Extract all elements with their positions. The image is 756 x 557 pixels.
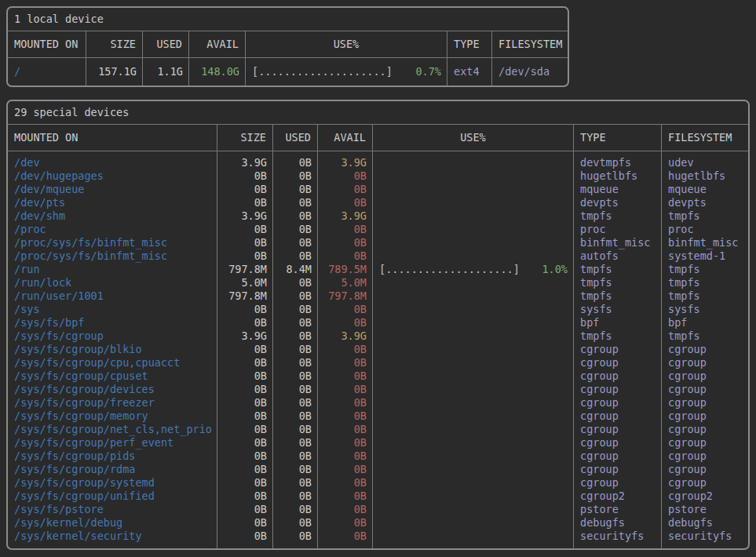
table-title: 1 local device [14, 13, 104, 25]
table-title: 29 special devices [14, 106, 129, 118]
cell-used: 0B [273, 370, 318, 383]
cell-type: proc [574, 223, 662, 236]
table-row: /sys/fs/pstore0B0B0Bpstorepstore [8, 503, 748, 516]
cell-filesystem: tmpfs [662, 329, 748, 343]
cell-filesystem: pstore [662, 503, 748, 516]
cell-used: 0B [273, 169, 318, 183]
table-row: /sys/fs/cgroup/perf_event0B0B0Bcgroupcgr… [8, 436, 748, 450]
column-header-filesystem: FILESYSTEM [662, 125, 748, 151]
cell-size: 0B [217, 356, 273, 370]
cell-size: 0B [217, 530, 273, 543]
cell-mounted-on: /sys/kernel/debug [8, 516, 217, 530]
cell-type: cgroup [574, 463, 662, 476]
table-row: /sys/fs/cgroup/cpuset0B0B0Bcgroupcgroup [8, 370, 748, 383]
cell-size: 0B [217, 450, 273, 463]
cell-use-percent [373, 463, 574, 476]
cell-type: debugfs [574, 516, 662, 530]
cell-mounted-on: /sys/fs/cgroup/systemd [8, 476, 217, 490]
cell-use-percent [373, 169, 574, 183]
cell-size: 0B [217, 490, 273, 503]
usage-percent: 1.0% [542, 263, 568, 276]
cell-filesystem: securityfs [662, 530, 748, 543]
cell-type: tmpfs [574, 276, 662, 289]
cell-size: 0B [217, 249, 273, 263]
cell-avail: 0B [318, 196, 373, 209]
table-row: /sys/fs/cgroup/pids0B0B0Bcgroupcgroup [8, 450, 748, 463]
table-row: /proc0B0B0Bprocproc [8, 223, 748, 236]
cell-use-percent [373, 356, 574, 370]
cell-used: 0B [273, 396, 318, 410]
column-header-type: TYPE [447, 31, 492, 57]
cell-use-percent [373, 450, 574, 463]
cell-filesystem: bpf [662, 316, 748, 329]
cell-size: 3.9G [217, 156, 273, 169]
cell-size: 797.8M [217, 289, 273, 303]
cell-size: 0B [217, 476, 273, 490]
cell-use-percent [373, 276, 574, 289]
cell-use-percent [373, 383, 574, 396]
cell-use-percent [373, 223, 574, 236]
cell-mounted-on: /sys/fs/cgroup/blkio [8, 343, 217, 356]
table-row: /sys/fs/cgroup/cpu,cpuacct0B0B0Bcgroupcg… [8, 356, 748, 370]
cell-filesystem: cgroup [662, 343, 748, 356]
cell-type: cgroup [574, 343, 662, 356]
cell-used: 0B [273, 476, 318, 490]
cell-use-percent [373, 343, 574, 356]
cell-avail: 789.5M [318, 263, 373, 276]
cell-size: 0B [217, 463, 273, 476]
cell-filesystem: cgroup [662, 356, 748, 370]
cell-mounted-on: /proc/sys/fs/binfmt_misc [8, 236, 217, 249]
cell-mounted-on: /dev/hugepages [8, 169, 217, 183]
cell-avail: 0B [318, 370, 373, 383]
cell-size: 0B [217, 183, 273, 196]
cell-use-percent [373, 183, 574, 196]
cell-use-percent [373, 530, 574, 543]
table-row: /sys/kernel/debug0B0B0Bdebugfsdebugfs [8, 516, 748, 530]
local-device-table: 1 local deviceMOUNTED ONSIZEUSEDAVAILUSE… [6, 6, 569, 87]
cell-mounted-on: /proc/sys/fs/binfmt_misc [8, 249, 217, 263]
table-row: /sys/fs/cgroup/blkio0B0B0Bcgroupcgroup [8, 343, 748, 356]
cell-avail: 0B [318, 303, 373, 316]
cell-used: 0B [273, 196, 318, 209]
cell-type: devpts [574, 196, 662, 209]
cell-size: 0B [217, 423, 273, 436]
cell-filesystem: cgroup [662, 423, 748, 436]
table-row: /sys/fs/cgroup/systemd0B0B0Bcgroupcgroup [8, 476, 748, 490]
cell-avail: 0B [318, 383, 373, 396]
cell-used: 0B [273, 236, 318, 249]
cell-type: cgroup [574, 370, 662, 383]
column-header-mounted-on: MOUNTED ON [8, 31, 86, 57]
table-body: /dev3.9G0B3.9Gdevtmpfsudev/dev/hugepages… [8, 151, 748, 548]
cell-use-percent [373, 410, 574, 423]
cell-use-percent [373, 516, 574, 530]
cell-avail: 797.8M [318, 289, 373, 303]
cell-used: 0B [273, 490, 318, 503]
cell-mounted-on: /sys/fs/cgroup/pids [8, 450, 217, 463]
cell-avail: 0B [318, 223, 373, 236]
cell-used: 0B [273, 423, 318, 436]
cell-type: tmpfs [574, 263, 662, 276]
cell-used: 0B [273, 356, 318, 370]
cell-type: cgroup [574, 476, 662, 490]
cell-used: 0B [273, 316, 318, 329]
table-row: /dev/hugepages0B0B0Bhugetlbfshugetlbfs [8, 169, 748, 183]
cell-filesystem: cgroup2 [662, 490, 748, 503]
cell-mounted-on: /dev/pts [8, 196, 217, 209]
cell-filesystem: systemd-1 [662, 249, 748, 263]
cell-mounted-on: /sys/fs/cgroup/perf_event [8, 436, 217, 450]
cell-avail: 0B [318, 249, 373, 263]
cell-filesystem: cgroup [662, 436, 748, 450]
usage-bar: [....................] [379, 263, 520, 276]
cell-avail: 0B [318, 183, 373, 196]
cell-used: 8.4M [273, 263, 318, 276]
cell-filesystem: tmpfs [662, 263, 748, 276]
table-row: /dev3.9G0B3.9Gdevtmpfsudev [8, 156, 748, 169]
cell-filesystem: binfmt_misc [662, 236, 748, 249]
cell-avail: 3.9G [318, 156, 373, 169]
cell-mounted-on: /sys/fs/cgroup [8, 329, 217, 343]
cell-avail: 0B [318, 343, 373, 356]
cell-size: 0B [217, 343, 273, 356]
cell-mounted-on: /dev/mqueue [8, 183, 217, 196]
table-header-row: MOUNTED ONSIZEUSEDAVAILUSE%TYPEFILESYSTE… [8, 125, 748, 151]
cell-avail: 0B [318, 410, 373, 423]
